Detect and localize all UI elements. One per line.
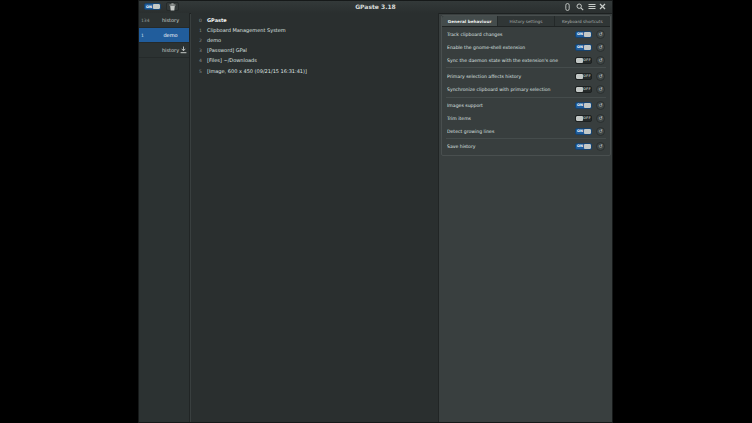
group-separator [446,97,606,98]
switch-knob [584,103,591,108]
settings-tab-bar: General behaviour History settings Keybo… [442,16,610,27]
switch-state-label: OFF [583,116,591,120]
setting-label: Synchronize clipboard with primary selec… [447,87,575,92]
clipboard-item-text: [Image, 600 x 450 (09/21/15 16:31:41)] [207,68,307,74]
setting-switch[interactable]: ON [575,143,592,150]
setting-label: Detect growing lines [447,129,575,134]
history-item-label: demo [152,32,189,38]
clipboard-item-text: Clipboard Management System [207,27,286,33]
switch-state-label: OFF [583,74,591,78]
reset-icon: ↺ [598,102,602,108]
history-sidebar: 134 history 1 demo history [139,13,190,422]
group-separator [446,138,606,139]
reset-icon: ↺ [598,128,602,134]
switch-state-label: ON [145,5,153,9]
reset-button[interactable]: ↺ [596,72,605,81]
switch-state-label: OFF [583,58,591,62]
history-item-count: 1 [139,33,152,38]
desktop-background: GPaste 3.18 ON [0,0,752,423]
history-list-item[interactable]: 134 history [139,13,189,28]
switch-knob [584,32,591,37]
switch-knob [584,45,591,50]
switch-state-label: ON [576,45,584,49]
switch-state-label: ON [576,129,584,133]
reset-button[interactable]: ↺ [596,56,605,65]
tab-keyboard-shortcuts[interactable]: Keyboard shortcuts [555,16,610,26]
switch-knob [576,116,583,121]
setting-switch[interactable]: ON [575,128,592,135]
reset-button[interactable]: ↺ [596,43,605,52]
switch-knob [584,129,591,134]
setting-label: Images support [447,103,575,108]
setting-switch[interactable]: OFF [575,57,592,64]
clipboard-item[interactable]: 5 [Image, 600 x 450 (09/21/15 16:31:41)] [191,66,438,76]
switch-state-label: ON [576,144,584,148]
switch-state-label: OFF [583,87,591,91]
setting-label: Enable the gnome-shell extension [447,45,575,50]
switch-knob [584,144,591,149]
tab-general-behaviour[interactable]: General behaviour [442,16,498,26]
history-list-item[interactable]: history [139,43,189,58]
menu-icon [588,3,596,10]
trash-icon [169,3,176,11]
group-separator [446,67,606,68]
tab-history-settings[interactable]: History settings [498,16,554,26]
reset-button[interactable]: ↺ [596,101,605,110]
close-button[interactable] [596,2,609,11]
reset-icon: ↺ [598,31,602,37]
clipboard-item[interactable]: 1 Clipboard Management System [191,25,438,35]
setting-switch[interactable]: ON [575,102,592,109]
setting-label: Primary selection affects history [447,74,575,79]
settings-icon [565,3,570,11]
clipboard-item-text: [Password] GPal [207,47,247,53]
clipboard-item-text: [Files] ~/Downloads [207,57,257,63]
search-icon [576,3,584,11]
setting-row: Images support ON ↺ [447,100,605,110]
setting-switch[interactable]: OFF [575,73,592,80]
reset-icon: ↺ [598,143,602,149]
clipboard-item-index: 3 [199,48,205,53]
settings-panel: General behaviour History settings Keybo… [441,15,611,156]
switch-knob [576,74,583,79]
reset-icon: ↺ [598,57,602,63]
reset-button[interactable]: ↺ [596,85,605,94]
setting-label: Sync the daemon state with the extension… [447,58,575,63]
history-item-count: 134 [139,18,152,23]
setting-label: Track clipboard changes [447,32,575,37]
setting-switch[interactable]: OFF [575,115,592,122]
window-title: GPaste 3.18 [139,1,612,13]
empty-history-button[interactable] [166,2,179,11]
clipboard-item[interactable]: 4 [Files] ~/Downloads [191,55,438,65]
reset-button[interactable]: ↺ [596,127,605,136]
setting-switch[interactable]: ON [575,31,592,38]
setting-switch[interactable]: OFF [575,86,592,93]
clipboard-history-list: 0 GPaste 1 Clipboard Management System 2… [191,13,439,422]
switch-knob [153,4,160,9]
setting-row: Save history ON ↺ [447,141,605,151]
track-changes-switch[interactable]: ON [144,3,161,10]
switch-state-label: ON [576,103,584,107]
reset-button[interactable]: ↺ [596,114,605,123]
clipboard-item[interactable]: 0 GPaste [191,15,438,25]
setting-row: Synchronize clipboard with primary selec… [447,84,605,94]
close-icon [599,3,606,10]
reset-icon: ↺ [598,73,602,79]
clipboard-item-text: GPaste [207,17,227,23]
setting-row: Primary selection affects history OFF ↺ [447,71,605,81]
reset-button[interactable]: ↺ [596,30,605,39]
reset-button[interactable]: ↺ [596,142,605,151]
setting-row: Detect growing lines ON ↺ [447,126,605,136]
setting-row: Track clipboard changes ON ↺ [447,29,605,39]
clipboard-item[interactable]: 2 demo [191,35,438,45]
save-icon[interactable] [180,46,187,54]
gpaste-window: GPaste 3.18 ON [138,0,613,423]
history-list-item[interactable]: 1 demo [139,28,189,43]
reset-icon: ↺ [598,115,602,121]
clipboard-item-index: 0 [199,18,205,23]
switch-state-label: ON [576,32,584,36]
setting-row: Sync the daemon state with the extension… [447,55,605,65]
setting-switch[interactable]: ON [575,44,592,51]
clipboard-item[interactable]: 3 [Password] GPal [191,45,438,55]
reset-icon: ↺ [598,44,602,50]
history-item-label: history [152,17,189,23]
